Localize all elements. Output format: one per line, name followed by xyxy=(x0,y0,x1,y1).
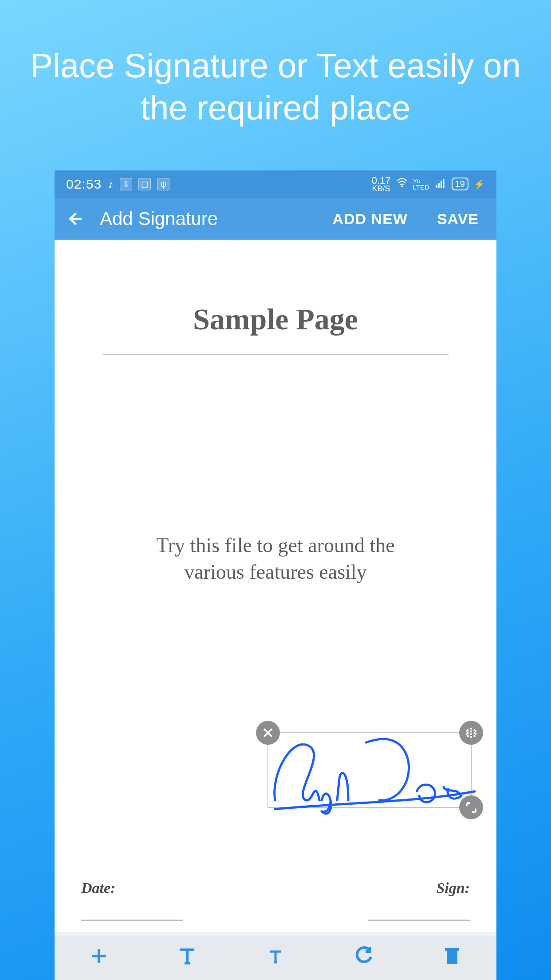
app-bar: Add Signature ADD NEW SAVE xyxy=(55,198,496,240)
add-icon[interactable] xyxy=(88,945,110,967)
resize-icon[interactable] xyxy=(459,795,483,819)
svg-rect-4 xyxy=(443,179,444,188)
document-canvas[interactable]: Sample Page Try this file to get around … xyxy=(55,240,496,980)
close-icon[interactable] xyxy=(256,721,280,745)
document-title: Sample Page xyxy=(81,302,470,354)
music-icon: ♪ xyxy=(108,178,114,191)
back-icon[interactable] xyxy=(66,210,83,227)
phone-screenshot: 02:53 ♪ ⇩ ▢ ψ 0.17 KB/S YoLTED 19 ⚡ xyxy=(55,170,496,980)
add-new-button[interactable]: ADD NEW xyxy=(326,210,413,228)
sign-label: Sign: xyxy=(436,880,470,897)
flip-icon[interactable] xyxy=(459,721,483,745)
sign-line xyxy=(368,920,470,921)
promo-headline: Place Signature or Text easily on the re… xyxy=(0,0,551,129)
delete-icon[interactable] xyxy=(441,945,463,967)
appbar-title: Add Signature xyxy=(100,208,218,229)
signature-widget[interactable] xyxy=(268,732,472,808)
battery-icon: 19 xyxy=(452,178,468,190)
title-rule xyxy=(102,354,449,355)
bottom-toolbar xyxy=(55,936,496,980)
status-clock: 02:53 xyxy=(66,177,102,192)
svg-rect-3 xyxy=(441,181,442,188)
promo-line1: Place Signature or Text easily on xyxy=(30,47,520,84)
date-line xyxy=(81,920,183,921)
svg-rect-2 xyxy=(438,183,439,188)
svg-rect-1 xyxy=(436,185,437,188)
signature-row: Date: Sign: xyxy=(81,880,470,897)
wifi-icon xyxy=(396,177,408,191)
status-right: 0.17 KB/S YoLTED 19 ⚡ xyxy=(372,176,485,192)
download-icon: ⇩ xyxy=(120,178,132,190)
text-small-icon[interactable] xyxy=(265,945,286,967)
signature-stroke[interactable] xyxy=(262,725,484,818)
document-body: Try this file to get around the various … xyxy=(81,532,470,585)
svg-rect-6 xyxy=(445,948,459,951)
save-button[interactable]: SAVE xyxy=(431,210,485,228)
text-large-icon[interactable] xyxy=(177,945,198,967)
status-left: 02:53 ♪ ⇩ ▢ ψ xyxy=(66,177,169,192)
refresh-icon[interactable] xyxy=(353,945,374,967)
charging-icon: ⚡ xyxy=(474,179,485,190)
svg-rect-5 xyxy=(447,951,457,964)
svg-point-0 xyxy=(401,186,403,187)
screencast-icon: ▢ xyxy=(138,178,151,190)
document-page[interactable]: Sample Page Try this file to get around … xyxy=(55,240,496,932)
network-speed: 0.17 KB/S xyxy=(372,176,391,192)
usb-icon: ψ xyxy=(157,178,169,190)
volte-icon: YoLTED xyxy=(413,178,429,190)
date-label: Date: xyxy=(81,880,115,897)
status-bar: 02:53 ♪ ⇩ ▢ ψ 0.17 KB/S YoLTED 19 ⚡ xyxy=(55,170,496,198)
signal-icon xyxy=(435,177,446,191)
promo-line2: the required place xyxy=(141,89,410,126)
